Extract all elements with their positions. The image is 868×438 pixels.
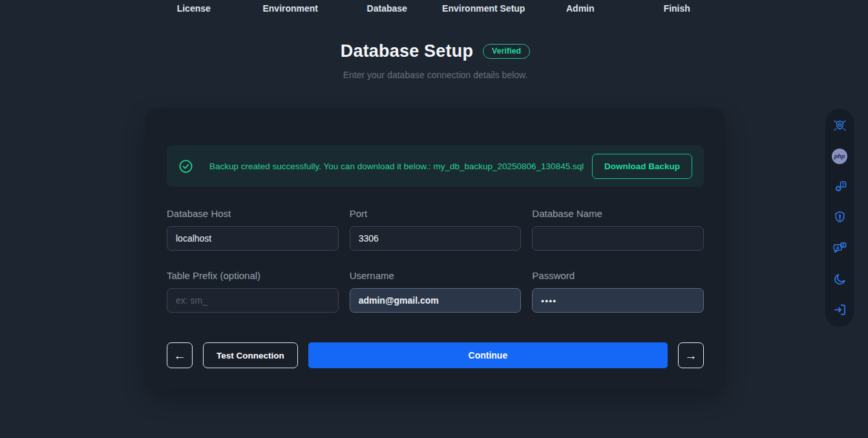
functions-gear-question-icon[interactable]: ? [832, 179, 847, 194]
right-toolbar: php ? A 文 [825, 109, 854, 327]
username-label: Username [350, 270, 522, 281]
back-button[interactable]: ← [167, 342, 193, 368]
step-database[interactable]: Database [339, 3, 436, 14]
database-name-input[interactable] [532, 226, 704, 251]
port-label: Port [350, 208, 522, 219]
check-circle-icon [178, 159, 193, 174]
field-table-prefix: Table Prefix (optional) [167, 270, 339, 313]
field-database-name: Database Name [532, 208, 704, 251]
step-environment-setup[interactable]: Environment Setup [436, 3, 533, 14]
database-name-label: Database Name [532, 208, 704, 219]
arrow-right-icon: → [685, 349, 697, 362]
svg-text:文: 文 [842, 243, 845, 247]
language-translate-icon[interactable]: A 文 [832, 241, 847, 256]
page-header: Database Setup Verified Enter your datab… [145, 41, 725, 80]
svg-text:A: A [836, 245, 839, 250]
port-input[interactable] [350, 226, 522, 251]
step-license[interactable]: License [145, 3, 242, 14]
svg-text:?: ? [842, 182, 844, 187]
extensions-shield-gear-icon[interactable] [832, 118, 847, 133]
setup-stepper: License Environment Database Environment… [145, 3, 725, 14]
continue-button[interactable]: Continue [308, 342, 668, 368]
backup-success-alert: Backup created successfully. You can dow… [167, 145, 704, 187]
password-label: Password [532, 270, 704, 281]
verified-badge: Verified [483, 44, 530, 59]
step-admin[interactable]: Admin [532, 3, 629, 14]
password-input[interactable] [532, 288, 704, 313]
download-backup-button[interactable]: Download Backup [592, 154, 692, 179]
database-host-label: Database Host [167, 208, 339, 219]
page-title: Database Setup [341, 41, 473, 61]
field-port: Port [350, 208, 522, 251]
field-password: Password [532, 270, 704, 313]
field-database-host: Database Host [167, 208, 339, 251]
field-username: Username [350, 270, 522, 313]
database-setup-card: Backup created successfully. You can dow… [145, 109, 725, 390]
theme-moon-icon[interactable] [832, 271, 847, 287]
database-form: Database Host Port Database Name Table P… [167, 208, 704, 313]
table-prefix-input[interactable] [167, 288, 339, 313]
logout-icon[interactable] [832, 302, 847, 318]
permissions-shield-icon[interactable] [832, 210, 847, 225]
page-subtitle: Enter your database connection details b… [145, 70, 725, 80]
backup-success-message: Backup created successfully. You can dow… [209, 162, 584, 171]
step-environment[interactable]: Environment [242, 3, 339, 14]
step-finish[interactable]: Finish [629, 3, 726, 14]
next-button[interactable]: → [678, 342, 704, 368]
test-connection-button[interactable]: Test Connection [203, 342, 298, 368]
table-prefix-label: Table Prefix (optional) [167, 270, 339, 281]
username-input[interactable] [350, 288, 522, 313]
arrow-left-icon: ← [174, 349, 186, 362]
database-host-input[interactable] [167, 226, 339, 251]
action-buttons-row: ← Test Connection Continue → [167, 342, 704, 368]
php-version-icon[interactable]: php [832, 149, 847, 164]
